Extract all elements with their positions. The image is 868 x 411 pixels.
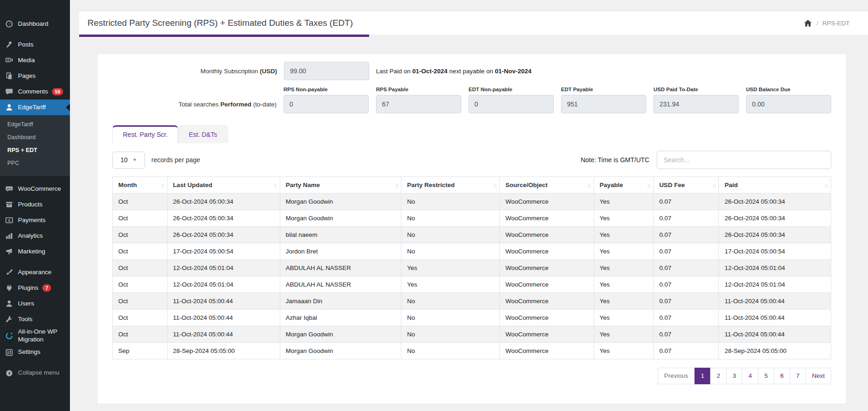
next-page-button[interactable]: Next (805, 368, 831, 384)
page-button-7[interactable]: 7 (790, 368, 806, 384)
main-content: Restricted Party Screening (RPS) + Estim… (70, 0, 868, 411)
table-cell: WooCommerce (500, 194, 594, 210)
sidebar-subitem-rps-edt[interactable]: RPS + EDT (0, 144, 70, 157)
sidebar-subitem-dashboard[interactable]: Dashboard (0, 131, 70, 144)
sidebar-item-plugins[interactable]: Plugins7 (0, 280, 70, 296)
column-label: Party Name (286, 182, 320, 188)
column-label: Month (118, 182, 137, 188)
sidebar-item-comments[interactable]: Comments59 (0, 84, 70, 100)
stat-input (469, 95, 554, 113)
sidebar-item-woocommerce[interactable]: WOOWooCommerce (0, 181, 70, 197)
table-cell: WooCommerce (500, 210, 594, 227)
sidebar-item-appearance[interactable]: Appearance (0, 264, 70, 280)
table-cell: 26-Oct-2024 05:00:34 (719, 210, 831, 227)
table-cell: Oct (113, 310, 168, 326)
table-cell: WooCommerce (500, 293, 594, 310)
table-cell: 11-Oct-2024 05:00:44 (167, 293, 280, 310)
page-size-value: 10 (121, 156, 128, 164)
sidebar-item-label: Comments (18, 88, 48, 96)
table-cell: WooCommerce (500, 310, 594, 326)
table-cell: Yes (594, 260, 654, 276)
tab-est-d-ts[interactable]: Est. D&Ts (178, 125, 227, 143)
monthly-subscription-input (284, 62, 369, 80)
sort-icon: ↑↓ (394, 182, 398, 188)
column-label: Last Updated (173, 182, 213, 188)
sidebar-item-analytics[interactable]: Analytics (0, 228, 70, 244)
table-cell: No (401, 293, 500, 310)
page-button-4[interactable]: 4 (742, 368, 758, 384)
pushpin-icon (5, 40, 14, 49)
pagination: Previous1234567Next (112, 368, 831, 384)
previous-page-button[interactable]: Previous (658, 368, 695, 384)
table-cell: Oct (113, 194, 168, 210)
records-per-page-label: records per page (151, 156, 200, 164)
home-icon[interactable] (804, 19, 812, 28)
migration-icon (5, 331, 14, 341)
table-cell: 26-Oct-2024 05:00:34 (167, 194, 280, 210)
table-cell: 0.07 (654, 310, 719, 326)
tab-rest-party-scr[interactable]: Rest. Party Scr. (112, 125, 178, 143)
column-header-party-restricted[interactable]: Party Restricted↑↓ (401, 177, 500, 194)
timezone-note: Note: Time is GMT/UTC (581, 156, 649, 164)
table-header-row: Month↑↓Last Updated↑↓Party Name↑↓Party R… (113, 177, 831, 194)
comment-bubble-icon (5, 87, 14, 96)
page-button-3[interactable]: 3 (726, 368, 743, 384)
page-button-2[interactable]: 2 (710, 368, 727, 384)
sidebar-item-marketing[interactable]: Marketing (0, 244, 70, 259)
table-cell: 12-Oct-2024 05:01:04 (167, 260, 280, 276)
sidebar-item-media[interactable]: Media (0, 53, 70, 68)
table-cell: Yes (594, 243, 654, 260)
wrench-icon (5, 315, 14, 324)
page-button-6[interactable]: 6 (774, 368, 790, 384)
person-icon (5, 299, 14, 308)
stat-edt-non-payable: EDT Non-payable (469, 87, 554, 113)
table-row: Oct11-Oct-2024 05:00:44Jamaaan DinNoWooC… (113, 293, 831, 310)
media-icon (5, 56, 14, 65)
sidebar-item-payments[interactable]: $Payments (0, 212, 70, 228)
sort-icon: ↑↓ (161, 182, 164, 188)
stat-usd-balance-due: USD Balance Due (746, 87, 831, 113)
stats-fields: RPS Non-payableRPS PayableEDT Non-payabl… (284, 87, 831, 113)
table-cell: Yes (401, 260, 500, 276)
rps-edt-panel: Monthly Subscription (USD) Last Paid on … (98, 54, 846, 404)
sidebar-item-label: Users (18, 300, 34, 308)
page-button-5[interactable]: 5 (758, 368, 775, 384)
sidebar-item-edgetariff[interactable]: EdgeTariff (0, 100, 70, 115)
table-cell: Yes (594, 310, 654, 326)
column-header-last-updated[interactable]: Last Updated↑↓ (167, 177, 280, 194)
sidebar-item-users[interactable]: Users (0, 296, 70, 311)
sidebar-item-dashboard[interactable]: Dashboard (0, 16, 70, 32)
sidebar-item-products[interactable]: Products (0, 197, 70, 212)
stat-rps-payable: RPS Payable (376, 87, 461, 113)
column-header-payable[interactable]: Payable↑↓ (594, 177, 654, 194)
table-cell: ABDULAH AL NASSER (280, 276, 401, 293)
table-cell: ABDULAH AL NASSER (280, 260, 401, 276)
column-header-usd-fee[interactable]: USD Fee↑↓ (654, 177, 719, 194)
column-header-party-name[interactable]: Party Name↑↓ (280, 177, 401, 194)
stat-input (284, 95, 369, 113)
sidebar-item-label: WooCommerce (18, 185, 61, 193)
last-paid-text: Last Paid on 01-Oct-2024 next payable on… (376, 68, 532, 75)
column-header-paid[interactable]: Paid↑↓ (719, 177, 831, 194)
dollar-card-icon: $ (5, 216, 14, 225)
column-label: Party Restricted (407, 182, 455, 188)
sidebar-item-tools[interactable]: Tools (0, 311, 70, 327)
sidebar-item-collapse-menu[interactable]: Collapse menu (0, 365, 70, 381)
search-input[interactable] (657, 151, 831, 169)
sidebar-subitem-edgetariff[interactable]: EdgeTariff (0, 118, 70, 131)
column-header-month[interactable]: Month↑↓ (113, 177, 168, 194)
sidebar-item-all-in-one-wp-migration[interactable]: All-in-One WP Migration (0, 327, 70, 345)
page-button-1[interactable]: 1 (694, 368, 711, 384)
stat-label: USD Paid To-Date (654, 87, 739, 92)
sidebar-item-pages[interactable]: Pages (0, 68, 70, 84)
table-row: Sep28-Sep-2024 05:05:00Morgan GoodwinNoW… (113, 343, 831, 359)
table-cell: 11-Oct-2024 05:00:44 (167, 310, 280, 326)
column-header-source-object[interactable]: Source/Object↑↓ (500, 177, 594, 194)
sidebar-item-posts[interactable]: Posts (0, 37, 70, 53)
count-badge: 7 (42, 284, 51, 292)
sidebar-item-settings[interactable]: Settings (0, 345, 70, 360)
sidebar-subitem-ppc[interactable]: PPC (0, 157, 70, 170)
pages-icon (5, 71, 14, 81)
page-size-select[interactable]: 10 ▼ (112, 152, 145, 169)
table-cell: Jordon Bret (280, 243, 401, 260)
